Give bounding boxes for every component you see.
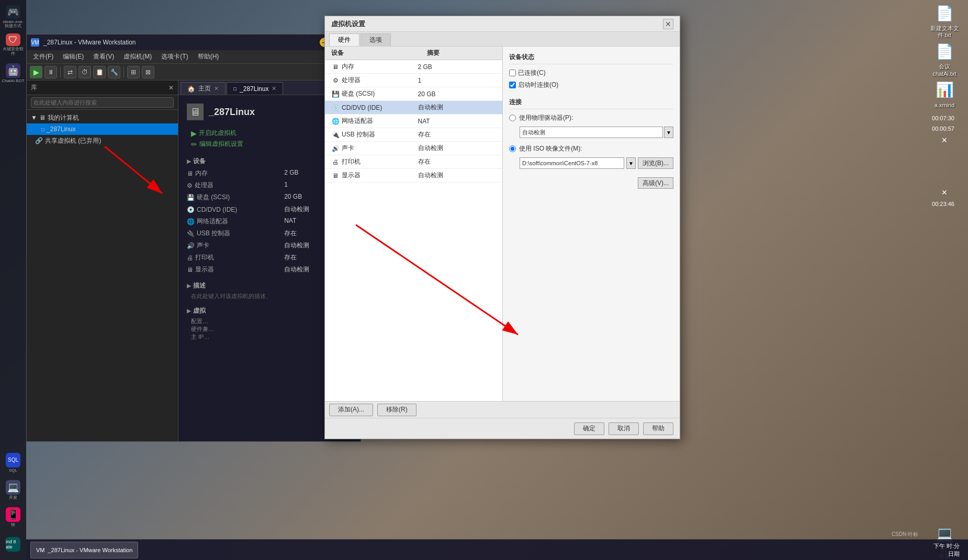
taskbar-item-sql[interactable]: SQL SQL xyxy=(2,451,25,474)
display-device-label: 显示器 xyxy=(342,171,361,180)
taskbar-item-ind[interactable]: ind 8 ate xyxy=(2,533,25,556)
connected-checkbox[interactable] xyxy=(509,70,516,76)
sound-device-icon: 🔊 xyxy=(331,145,340,152)
dialog-footer-buttons: 确定 取消 帮助 xyxy=(325,418,680,439)
taskbar-item-huorong[interactable]: 🛡 火绒安全软件 xyxy=(2,33,25,56)
toolbar-sep1 xyxy=(60,67,61,77)
tab-vm[interactable]: □ _287Linux ✕ xyxy=(227,82,283,95)
connected-on-start-checkbox[interactable] xyxy=(509,82,516,88)
shared-icon: 🔗 xyxy=(35,137,43,144)
taskbar-item-steam[interactable]: 🎮 steam.exe-快捷方式 xyxy=(2,5,25,28)
tab-vm-close[interactable]: ✕ xyxy=(272,85,276,92)
toolbar-btn3[interactable]: ⇄ xyxy=(64,66,76,78)
network-device-icon: 🌐 xyxy=(331,118,340,124)
menu-vm[interactable]: 虚拟机(M) xyxy=(119,51,156,62)
cpu-label: ⚙处理器 xyxy=(187,180,284,191)
help-button[interactable]: 帮助 xyxy=(643,422,673,435)
ind-icon: ind 8 ate xyxy=(6,537,20,552)
iso-path-dropdown-arrow[interactable]: ▼ xyxy=(626,157,636,169)
tree-item-vm[interactable]: □ _287Linux xyxy=(27,123,178,135)
tab-home[interactable]: 🏠 主页 ✕ xyxy=(181,82,226,95)
device-row-hdd[interactable]: 💾 硬盘 (SCSI) 20 GB xyxy=(325,87,502,101)
device-row-sound[interactable]: 🔊 声卡 自动检测 xyxy=(325,142,502,155)
mycomputer-expand-icon: ▼ xyxy=(31,114,37,121)
device-row-printer[interactable]: 🖨 打印机 存在 xyxy=(325,155,502,169)
dialog-content: 设备 摘要 🖥 内存 2 GB ⚙ xyxy=(325,47,680,401)
right-close-btn-1[interactable]: ✕ xyxy=(941,136,948,144)
toolbar-btn2[interactable]: ⏸ xyxy=(44,66,57,78)
toolbar-btn5[interactable]: 📋 xyxy=(93,66,106,78)
vm-icon: □ xyxy=(41,127,44,132)
dialog-tab-hardware[interactable]: 硬件 xyxy=(329,33,359,46)
connected-label[interactable]: 已连接(C) xyxy=(509,68,546,77)
device-name-display: 🖥 显示器 xyxy=(327,171,414,180)
taskbar-vmware-app[interactable]: VM _287Linux - VMware Workstation xyxy=(30,542,138,558)
hdd-summary: 20 GB xyxy=(414,90,501,98)
advanced-button[interactable]: 高级(V)... xyxy=(638,177,673,189)
device-name-usb: 🔌 USB 控制器 xyxy=(327,130,414,139)
connected-on-start-label[interactable]: 启动时连接(O) xyxy=(509,81,558,89)
toolbar-btn8[interactable]: ⊠ xyxy=(142,66,154,78)
dialog-close-button[interactable]: ✕ xyxy=(663,19,673,29)
dropdown-arrow-icon[interactable]: ▼ xyxy=(664,127,673,138)
tree-item-mycomputer[interactable]: ▼ 🖥 我的计算机 xyxy=(27,112,178,123)
toolbar-btn6[interactable]: 🔧 xyxy=(108,66,120,78)
cancel-button[interactable]: 取消 xyxy=(609,422,639,435)
device-row-network[interactable]: 🌐 网络适配器 NAT xyxy=(325,115,502,128)
browse-button[interactable]: 浏览(B)... xyxy=(638,157,673,169)
menu-file[interactable]: 文件(F) xyxy=(29,51,58,62)
menu-view[interactable]: 查看(V) xyxy=(89,51,118,62)
connected-on-start-row: 启动时连接(O) xyxy=(509,81,673,89)
device-list-header: 设备 摘要 xyxy=(325,47,502,60)
connection-title: 连接 xyxy=(509,98,673,109)
toolbar-btn7[interactable]: ⊞ xyxy=(127,66,140,78)
vm-settings-dialog: 虚拟机设置 ✕ 硬件 选项 设备 摘要 🖥 内存 xyxy=(324,16,680,439)
ok-button[interactable]: 确定 xyxy=(574,422,604,435)
sidebar-close[interactable]: ✕ xyxy=(168,84,174,92)
menu-edit[interactable]: 编辑(E) xyxy=(59,51,88,62)
iso-radio[interactable] xyxy=(509,145,516,152)
taskbar-item-chatai[interactable]: 🤖 ChatAI BOT xyxy=(2,62,25,85)
menu-help[interactable]: 帮助(H) xyxy=(194,51,223,62)
device-row-memory[interactable]: 🖥 内存 2 GB xyxy=(325,60,502,74)
right-close-btn-2[interactable]: ✕ xyxy=(941,188,948,197)
use-iso-label: 使用 ISO 映像文件(M): xyxy=(519,144,582,153)
csdn-watermark: CSDN·叶标 xyxy=(892,531,918,538)
display-label: 🖥显示器 xyxy=(187,264,284,275)
device-row-usb[interactable]: 🔌 USB 控制器 存在 xyxy=(325,128,502,142)
device-row-display[interactable]: 🖥 显示器 自动检测 xyxy=(325,169,502,182)
mycomputer-icon: 🖥 xyxy=(39,114,46,121)
hdd-label: 💾硬盘 (SCSI) xyxy=(187,192,284,203)
printer-summary: 存在 xyxy=(414,157,501,166)
desktop-icon-meeting[interactable]: 📄 会议chatAi.txt xyxy=(932,41,956,77)
sidebar-search-input[interactable] xyxy=(31,97,174,108)
menu-tabs[interactable]: 选项卡(T) xyxy=(157,51,192,62)
use-iso-option[interactable]: 使用 ISO 映像文件(M): xyxy=(509,144,673,153)
tab-home-close[interactable]: ✕ xyxy=(214,85,219,92)
device-row-cdvd[interactable]: 💿 CD/DVD (IDE) 自动检测 xyxy=(325,101,502,115)
timestamp-2: 00:00:57 xyxy=(932,125,957,132)
toolbar-sep2 xyxy=(123,67,124,77)
sound-label: 🔊声卡 xyxy=(187,240,284,251)
taskbar-item-qr[interactable]: 📱 快 xyxy=(2,506,25,529)
dialog-tab-options[interactable]: 选项 xyxy=(361,33,391,46)
device-row-cpu[interactable]: ⚙ 处理器 1 xyxy=(325,74,502,87)
sidebar-search-bar xyxy=(27,95,178,110)
tree-item-shared[interactable]: 🔗 共享虚拟机 (已弃用) xyxy=(27,135,178,146)
desktop-icon-xmind[interactable]: 📊 a.xmind xyxy=(934,79,955,109)
memory-summary: 2 GB xyxy=(414,63,501,71)
taskbar-item-developer[interactable]: 💻 开发 xyxy=(2,478,25,501)
iso-path-input[interactable] xyxy=(520,157,624,169)
desktop-icon-new-text[interactable]: 📄 新建文本文件.txt xyxy=(930,3,959,39)
use-physical-drive-option[interactable]: 使用物理驱动器(P): xyxy=(509,113,673,122)
tab-vm-label: _287Linux xyxy=(240,85,268,93)
toolbar-btn4[interactable]: ⏱ xyxy=(78,66,91,78)
toolbar-play[interactable]: ▶ xyxy=(30,66,42,78)
physical-drive-radio[interactable] xyxy=(509,115,516,121)
auto-detect-input[interactable] xyxy=(520,127,663,138)
vmware-sidebar: 库 ✕ ▼ 🖥 我的计算机 □ _287Linux xyxy=(27,81,178,441)
add-button[interactable]: 添加(A)... xyxy=(329,404,373,416)
remove-button[interactable]: 移除(R) xyxy=(377,404,417,416)
device-list-items: 🖥 内存 2 GB ⚙ 处理器 1 xyxy=(325,60,502,401)
device-list-panel: 设备 摘要 🖥 内存 2 GB ⚙ xyxy=(325,47,503,401)
